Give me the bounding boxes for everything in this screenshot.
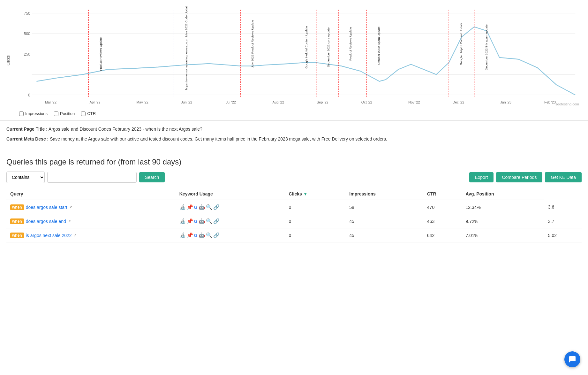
icon-search[interactable]: 🔍 <box>206 218 212 224</box>
impressions-label: Impressions <box>25 111 48 116</box>
position-checkbox[interactable] <box>54 111 58 116</box>
col-avg-position: Avg. Position <box>462 188 544 200</box>
chart-container: 750 500 250 0 Mar '22 Apr '22 May '22 Ju… <box>19 6 582 109</box>
queries-section: Queries this page is returned for (from … <box>0 151 588 249</box>
filter-select[interactable]: Contains Equals Starts With Ends With <box>6 172 45 183</box>
icon-search[interactable]: 🔍 <box>206 204 212 210</box>
avg-position-cell: 3.7 <box>544 214 582 228</box>
compare-periods-button[interactable]: Compare Periods <box>496 172 542 182</box>
impressions-cell: 470 <box>423 200 462 214</box>
query-link[interactable]: is argos next sale 2022 <box>26 233 72 238</box>
keyword-usage-icons: 🔬 📌 G 🤖 🔍 🔗 <box>179 204 281 210</box>
external-link-icon: ➚ <box>68 219 71 223</box>
icon-chat[interactable]: 🤖 <box>199 204 205 210</box>
col-impressions: Impressions <box>345 188 423 200</box>
queries-table: Query Keyword Usage Clicks ▼ Impressions… <box>6 188 582 242</box>
icon-pin[interactable]: 📌 <box>187 204 193 210</box>
icon-google[interactable]: G <box>194 219 198 224</box>
watermark: seotesting.com <box>555 102 579 106</box>
ctr-checkbox[interactable] <box>81 111 86 116</box>
svg-text:750: 750 <box>24 11 30 16</box>
ctr-checkbox-label[interactable]: CTR <box>81 111 96 116</box>
position-label: Position <box>60 111 75 116</box>
svg-text:Product Reviews Update: Product Reviews Update <box>349 27 352 61</box>
svg-text:Dec '22: Dec '22 <box>453 100 464 104</box>
keyword-usage-icons: 🔬 📌 G 🤖 🔍 🔗 <box>179 232 281 238</box>
icon-chat[interactable]: 🤖 <box>199 232 205 238</box>
clicks-cell: 45 <box>345 214 423 228</box>
col-query: Query <box>6 188 176 200</box>
svg-text:Product Reviews Update: Product Reviews Update <box>100 37 103 71</box>
svg-text:500: 500 <box>24 31 30 36</box>
search-input[interactable] <box>47 172 137 183</box>
icon-flask[interactable]: 🔬 <box>179 218 186 224</box>
icon-pin[interactable]: 📌 <box>187 218 193 224</box>
y-axis-label: Clicks <box>6 55 11 65</box>
icon-google[interactable]: G <box>194 233 198 238</box>
query-cell: when does argos sale start ➚ <box>6 200 176 214</box>
query-tag: when <box>10 233 24 238</box>
icon-chat[interactable]: 🤖 <box>199 218 205 224</box>
chart-section: Clicks 750 500 250 0 Mar '22 Apr '22 May… <box>0 0 588 121</box>
icon-pin[interactable]: 📌 <box>187 232 193 238</box>
table-row: when is argos next sale 2022 ➚ 🔬 📌 G 🤖 🔍… <box>6 228 582 242</box>
avg-position-cell: 5.02 <box>544 228 582 242</box>
page-title-value: Argos sale and Discount Codes February 2… <box>49 126 202 132</box>
svg-text:Nov '22: Nov '22 <box>408 100 420 104</box>
toolbar-left: Contains Equals Starts With Ends With Se… <box>6 172 165 183</box>
query-tag: when <box>10 204 24 210</box>
get-ke-data-button[interactable]: Get KE Data <box>545 172 582 182</box>
svg-text:0: 0 <box>28 93 30 97</box>
icon-link[interactable]: 🔗 <box>213 232 220 238</box>
impressions-checkbox-label[interactable]: Impressions <box>19 111 48 116</box>
keyword-usage-cell: 🔬 📌 G 🤖 🔍 🔗 <box>176 228 285 242</box>
svg-text:Jun '22: Jun '22 <box>181 100 192 104</box>
keyword-usage-zero: 0 <box>285 200 346 214</box>
svg-text:Google Helpful Content Update: Google Helpful Content Update <box>305 26 308 68</box>
icon-search[interactable]: 🔍 <box>206 232 212 238</box>
keyword-usage-cell: 🔬 📌 G 🤖 🔍 🔗 <box>176 200 285 214</box>
col-clicks[interactable]: Clicks ▼ <box>285 188 346 200</box>
svg-text:Jan '23: Jan '23 <box>500 100 511 104</box>
svg-text:Jul '22: Jul '22 <box>226 100 236 104</box>
query-tag: when <box>10 218 24 224</box>
clicks-cell: 58 <box>345 200 423 214</box>
table-header: Query Keyword Usage Clicks ▼ Impressions… <box>6 188 582 200</box>
clicks-cell: 45 <box>345 228 423 242</box>
svg-text:September 2022 core update: September 2022 core update <box>327 27 330 67</box>
ctr-cell: 12.34% <box>462 200 544 214</box>
keyword-usage-icons: 🔬 📌 G 🤖 🔍 🔗 <box>179 218 281 224</box>
svg-text:October 2022 Spam Update: October 2022 Spam Update <box>378 27 381 65</box>
table-row: when does argos sale end ➚ 🔬 📌 G 🤖 🔍 🔗 0… <box>6 214 582 228</box>
icon-flask[interactable]: 🔬 <box>179 204 186 210</box>
meta-desc-row: Current Meta Desc : Save money at the Ar… <box>6 136 582 142</box>
keyword-usage-zero: 0 <box>285 228 346 242</box>
chart-svg: 750 500 250 0 Mar '22 Apr '22 May '22 Ju… <box>19 6 582 109</box>
impressions-checkbox[interactable] <box>19 111 24 116</box>
svg-text:Sep '22: Sep '22 <box>317 100 328 104</box>
toolbar: Contains Equals Starts With Ends With Se… <box>6 172 582 183</box>
queries-title: Queries this page is returned for (from … <box>6 157 582 166</box>
avg-position-cell: 3.6 <box>544 200 582 214</box>
search-button[interactable]: Search <box>139 172 165 182</box>
query-link[interactable]: does argos sale start <box>26 205 67 210</box>
keyword-usage-zero: 0 <box>285 214 346 228</box>
meta-desc-label: Current Meta Desc : <box>6 136 49 142</box>
page-info-section: Current Page Title : Argos sale and Disc… <box>0 121 588 151</box>
impressions-cell: 463 <box>423 214 462 228</box>
external-link-icon: ➚ <box>74 233 77 237</box>
table-body: when does argos sale start ➚ 🔬 📌 G 🤖 🔍 🔗… <box>6 200 582 242</box>
keyword-usage-cell: 🔬 📌 G 🤖 🔍 🔗 <box>176 214 285 228</box>
icon-flask[interactable]: 🔬 <box>179 232 186 238</box>
icon-link[interactable]: 🔗 <box>213 204 220 210</box>
icon-google[interactable]: G <box>194 205 198 210</box>
export-button[interactable]: Export <box>469 172 494 182</box>
position-checkbox-label[interactable]: Position <box>54 111 75 116</box>
impressions-cell: 642 <box>423 228 462 242</box>
icon-link[interactable]: 🔗 <box>213 218 220 224</box>
query-link[interactable]: does argos sale end <box>26 219 66 224</box>
meta-desc-value: Save money at the Argos sale with our ac… <box>50 136 387 142</box>
clicks-sort-icon: ▼ <box>303 191 308 196</box>
external-link-icon: ➚ <box>69 205 72 209</box>
svg-text:Aug '22: Aug '22 <box>272 100 284 104</box>
